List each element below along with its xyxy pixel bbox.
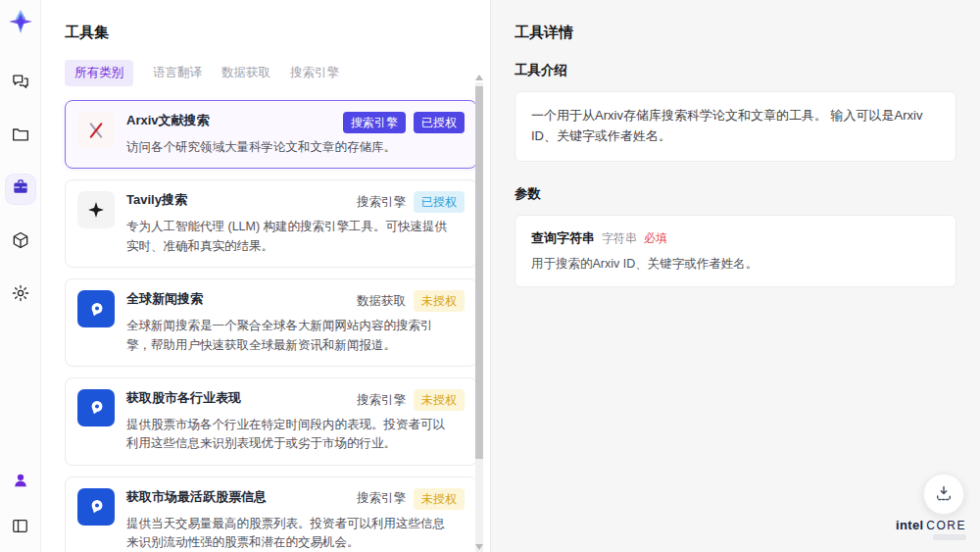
sidebar-item-cube[interactable]	[6, 227, 35, 257]
param-name: 查询字符串	[531, 229, 595, 247]
folder-icon	[11, 125, 30, 148]
sidebar-item-settings-gear[interactable]	[6, 280, 35, 310]
tool-name: Arxiv文献搜索	[126, 112, 210, 129]
intro-box: 一个用于从Arxiv存储库搜索科学论文和文章的工具。 输入可以是Arxiv ID…	[514, 91, 956, 162]
param-required-badge: 必填	[644, 230, 667, 247]
user-icon	[11, 471, 30, 494]
app-window: 工具集 所有类别语言翻译数据获取搜索引擎 Arxiv文献搜索 搜索引擎 已授权 …	[0, 0, 980, 552]
category-badge: 搜索引擎	[343, 112, 406, 133]
tool-description: 访问各个研究领域大量科学论文和文章的存储库。	[126, 138, 460, 157]
tool-card[interactable]: Arxiv文献搜索 搜索引擎 已授权 访问各个研究领域大量科学论文和文章的存储库…	[65, 100, 477, 169]
auth-status-badge: 未授权	[414, 488, 465, 510]
auth-status-badge: 已授权	[414, 191, 465, 213]
news-globe-icon	[77, 290, 115, 327]
toolbox-icon	[11, 177, 30, 201]
sidebar-item-chat[interactable]	[6, 69, 35, 98]
tool-name: 获取市场最活跃股票信息	[126, 488, 267, 506]
category-badge: 搜索引擎	[357, 394, 406, 407]
params-heading: 参数	[514, 185, 956, 203]
tool-name: Tavily搜索	[126, 191, 187, 209]
tool-name: 获取股市各行业表现	[126, 389, 241, 407]
sidebar	[0, 0, 41, 552]
param-head: 查询字符串 字符串 必填	[531, 229, 940, 247]
tool-card[interactable]: 获取股市各行业表现 搜索引擎 未授权 提供股票市场各个行业在特定时间段内的表现。…	[65, 377, 477, 466]
arxiv-logo-icon	[77, 112, 115, 149]
chat-icon	[11, 72, 30, 95]
download-icon	[934, 483, 954, 506]
panel-toggle-icon	[11, 517, 29, 539]
tool-list: Arxiv文献搜索 搜索引擎 已授权 访问各个研究领域大量科学论文和文章的存储库…	[65, 100, 477, 552]
core-wordmark: core	[926, 519, 966, 532]
cube-icon	[11, 230, 30, 254]
intel-core-logo: intelcore	[896, 518, 966, 540]
app-logo-diamond-icon[interactable]	[7, 8, 34, 35]
settings-gear-icon	[11, 283, 30, 307]
scroll-down-arrow-icon[interactable]	[475, 544, 483, 550]
param-type: 字符串	[602, 230, 637, 247]
scrollbar-thumb[interactable]	[475, 86, 483, 459]
tab-语言翻译[interactable]: 语言翻译	[153, 60, 202, 86]
tab-搜索引擎[interactable]: 搜索引擎	[290, 60, 339, 86]
intro-heading: 工具介绍	[514, 62, 956, 79]
sidebar-item-user[interactable]	[6, 468, 35, 497]
category-tabs: 所有类别语言翻译数据获取搜索引擎	[65, 60, 490, 86]
category-badge: 数据获取	[357, 295, 406, 308]
intel-sub-badge	[933, 534, 966, 540]
star-icon	[77, 191, 115, 228]
news-globe-icon	[77, 389, 115, 427]
tool-list-panel: 工具集 所有类别语言翻译数据获取搜索引擎 Arxiv文献搜索 搜索引擎 已授权 …	[41, 0, 490, 552]
auth-status-badge: 已授权	[414, 112, 465, 133]
detail-title: 工具详情	[514, 24, 956, 42]
sidebar-bottom	[6, 468, 35, 542]
scrollbar[interactable]	[475, 82, 483, 552]
auth-status-badge: 未授权	[414, 389, 465, 411]
scroll-up-arrow-icon[interactable]	[475, 75, 483, 80]
sidebar-item-panel-toggle[interactable]	[6, 513, 35, 542]
category-badge: 搜索引擎	[357, 196, 406, 209]
sidebar-item-toolbox[interactable]	[6, 175, 35, 204]
tool-description: 全球新闻搜索是一个聚合全球各大新闻网站内容的搜索引擎，帮助用户快速获取全球最新资…	[126, 317, 450, 355]
download-button[interactable]	[923, 474, 964, 515]
tool-card[interactable]: 全球新闻搜索 数据获取 未授权 全球新闻搜索是一个聚合全球各大新闻网站内容的搜索…	[65, 278, 477, 367]
param-box: 查询字符串 字符串 必填 用于搜索的Arxiv ID、关键字或作者姓名。	[514, 215, 956, 287]
intro-text: 一个用于从Arxiv存储库搜索科学论文和文章的工具。 输入可以是Arxiv ID…	[531, 106, 940, 147]
tab-所有类别[interactable]: 所有类别	[65, 60, 133, 86]
news-globe-icon	[77, 488, 115, 526]
tool-description: 提供股票市场各个行业在特定时间段内的表现。投资者可以利用这些信息来识别表现优于或…	[126, 416, 450, 454]
tool-description: 提供当天交易量最高的股票列表。投资者可以利用这些信息来识别流动性强的股票和潜在的…	[126, 515, 450, 552]
tool-card[interactable]: 获取市场最活跃股票信息 搜索引擎 未授权 提供当天交易量最高的股票列表。投资者可…	[65, 477, 477, 552]
param-description: 用于搜索的Arxiv ID、关键字或作者姓名。	[531, 256, 940, 273]
intel-wordmark: intel	[896, 518, 923, 532]
page-title: 工具集	[65, 24, 490, 42]
auth-status-badge: 未授权	[414, 290, 465, 312]
tool-detail-panel: 工具详情 工具介绍 一个用于从Arxiv存储库搜索科学论文和文章的工具。 输入可…	[490, 0, 980, 552]
sidebar-item-folder[interactable]	[6, 122, 35, 151]
tool-description: 专为人工智能代理 (LLM) 构建的搜索引擎工具。可快速提供实时、准确和真实的结…	[126, 218, 450, 256]
category-badge: 搜索引擎	[357, 492, 406, 505]
tool-name: 全球新闻搜索	[126, 290, 203, 308]
tool-card[interactable]: Tavily搜索 搜索引擎 已授权 专为人工智能代理 (LLM) 构建的搜索引擎…	[65, 179, 477, 268]
tab-数据获取[interactable]: 数据获取	[221, 60, 270, 86]
sidebar-nav	[6, 69, 35, 310]
